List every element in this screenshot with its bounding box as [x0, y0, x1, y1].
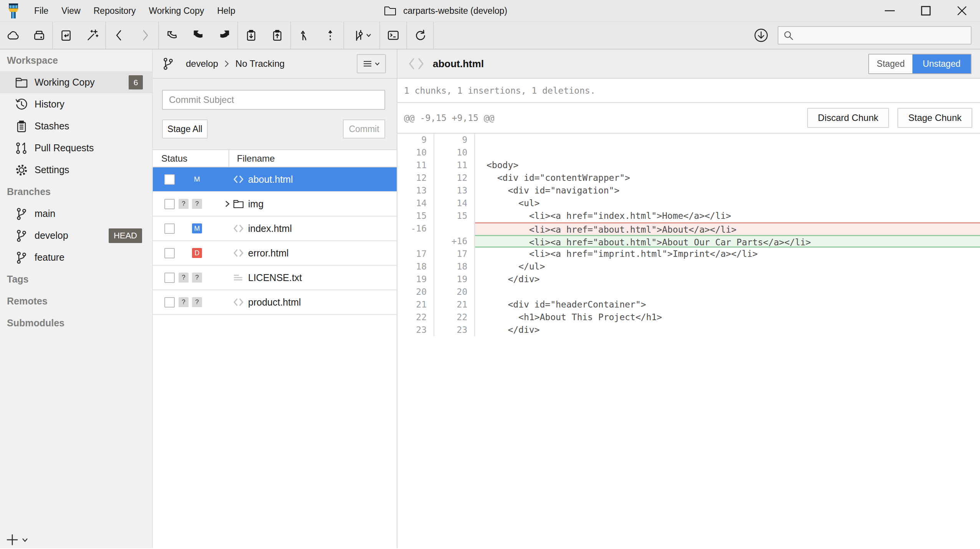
commit-button[interactable]: Commit — [343, 119, 385, 139]
code-file-icon — [407, 57, 425, 71]
diff-line: 1919 </div> — [397, 273, 980, 286]
status-badge-untracked: ? — [192, 199, 202, 209]
status-badge-untracked: ? — [192, 273, 202, 283]
file-row-product[interactable]: ? ? product.html — [153, 290, 397, 315]
clipboard-icon — [15, 119, 28, 133]
status-badge-modified: M — [192, 174, 202, 184]
code-file-icon — [233, 174, 244, 185]
pull-icon[interactable] — [159, 22, 185, 49]
maximize-button[interactable] — [908, 0, 944, 21]
sidebar-item-label: Working Copy — [35, 77, 95, 88]
tracking-status[interactable]: No Tracking — [235, 58, 285, 69]
sidebar-item-working-copy[interactable]: Working Copy 6 — [0, 71, 152, 93]
sidebar-branch-feature[interactable]: feature — [0, 246, 152, 268]
search-field[interactable] — [778, 26, 972, 45]
diff-line: 1212 <div id="contentWrapper"> — [397, 172, 980, 184]
tab-staged[interactable]: Staged — [869, 55, 912, 73]
list-options-button[interactable] — [357, 54, 386, 73]
file-row-index[interactable]: M index.html — [153, 217, 397, 241]
rebase-icon[interactable] — [317, 22, 343, 49]
archive-icon[interactable] — [26, 22, 52, 49]
diff-summary: 1 chunks, 1 insertions, 1 deletions. — [397, 79, 980, 103]
staged-unstaged-toggle: Staged Unstaged — [868, 54, 972, 74]
branch-icon — [161, 57, 175, 71]
discard-chunk-button[interactable]: Discard Chunk — [807, 108, 889, 128]
text-file-icon — [233, 272, 244, 283]
sidebar-item-settings[interactable]: Settings — [0, 159, 152, 181]
menu-help[interactable]: Help — [210, 0, 242, 21]
close-button[interactable] — [944, 0, 980, 21]
stash-save-icon[interactable] — [238, 22, 264, 49]
history-icon — [15, 98, 28, 111]
file-row-img[interactable]: ? ? img — [153, 192, 397, 217]
stage-checkbox[interactable] — [164, 297, 175, 308]
file-name: product.html — [248, 297, 301, 308]
branch-label: feature — [35, 252, 65, 263]
stage-all-button[interactable]: Stage All — [162, 119, 208, 139]
commit-subject-input[interactable] — [162, 90, 385, 110]
commit-clipboard-icon[interactable] — [53, 22, 79, 49]
sidebar-item-label: History — [35, 99, 65, 110]
forward-icon[interactable] — [132, 22, 158, 49]
app-icon — [8, 3, 19, 19]
refresh-icon[interactable] — [407, 22, 433, 49]
push-icon[interactable] — [211, 22, 237, 49]
stash-apply-icon[interactable] — [264, 22, 290, 49]
diff-line: 1111<body> — [397, 159, 980, 172]
remotes-section-header: Remotes — [0, 290, 152, 312]
file-name: about.html — [248, 174, 293, 185]
sidebar-item-pull-requests[interactable]: Pull Requests — [0, 137, 152, 159]
wand-icon[interactable] — [79, 22, 105, 49]
downloads-icon[interactable] — [753, 27, 769, 43]
submodules-section-header: Submodules — [0, 312, 152, 334]
workspace-section-header: Workspace — [0, 50, 152, 71]
sidebar-item-label: Settings — [35, 164, 69, 175]
compare-icon[interactable] — [344, 22, 379, 49]
sidebar-item-history[interactable]: History — [0, 93, 152, 115]
merge-icon[interactable] — [291, 22, 317, 49]
sidebar-item-stashes[interactable]: Stashes — [0, 115, 152, 137]
file-name: index.html — [248, 223, 292, 234]
fetch-icon[interactable] — [185, 22, 211, 49]
commit-area: Stage All Commit — [153, 79, 397, 149]
search-input[interactable] — [798, 30, 966, 40]
file-name: error.html — [248, 248, 289, 259]
stage-chunk-button[interactable]: Stage Chunk — [897, 108, 972, 128]
diff-panel: about.html Staged Unstaged 1 chunks, 1 i… — [397, 50, 980, 548]
sidebar-branch-develop[interactable]: develop HEAD — [0, 225, 152, 246]
menu-file[interactable]: File — [28, 0, 55, 21]
diff-line: 1818 </ul> — [397, 260, 980, 273]
file-row-license[interactable]: ? ? LICENSE.txt — [153, 266, 397, 290]
tags-section-header: Tags — [0, 268, 152, 290]
minimize-button[interactable] — [872, 0, 908, 21]
status-badge-untracked: ? — [192, 297, 202, 307]
stage-checkbox[interactable] — [164, 199, 175, 209]
file-row-about[interactable]: M about.html — [153, 167, 397, 192]
current-branch[interactable]: develop — [186, 58, 218, 69]
tab-unstaged[interactable]: Unstaged — [912, 55, 971, 73]
menu-repository[interactable]: Repository — [87, 0, 142, 21]
stage-checkbox[interactable] — [164, 174, 175, 185]
window-title-text: carparts-website (develop) — [403, 6, 507, 16]
status-badge-deleted: D — [192, 248, 202, 258]
toolbar-separator — [433, 22, 434, 49]
window-title: carparts-website (develop) — [384, 0, 507, 21]
file-row-error[interactable]: D error.html — [153, 241, 397, 266]
stage-checkbox[interactable] — [164, 273, 175, 283]
file-name: img — [248, 198, 263, 210]
menu-view[interactable]: View — [55, 0, 87, 21]
terminal-icon[interactable] — [380, 22, 406, 49]
cloud-icon[interactable] — [0, 22, 26, 49]
stage-checkbox[interactable] — [164, 248, 175, 258]
add-repository-button[interactable] — [6, 534, 28, 546]
sidebar-branch-main[interactable]: main — [0, 203, 152, 225]
stage-checkbox[interactable] — [164, 223, 175, 234]
diff-line: 1414 <ul> — [397, 197, 980, 210]
toolbar — [0, 22, 980, 50]
menu-working-copy[interactable]: Working Copy — [142, 0, 210, 21]
back-icon[interactable] — [106, 22, 132, 49]
diff-line: 2222 <h1>About This Project</h1> — [397, 311, 980, 324]
diff-line: 1717 <li><a href="imprint.html">Imprint<… — [397, 248, 980, 260]
expand-chevron-icon[interactable] — [224, 199, 230, 208]
chevron-right-icon — [224, 60, 229, 68]
